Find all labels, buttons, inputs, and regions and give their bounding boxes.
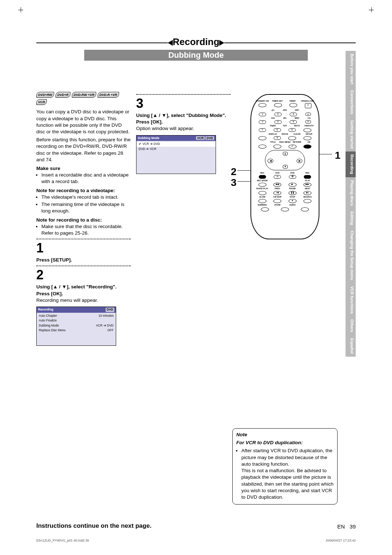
dpad-right: ▶ xyxy=(297,159,302,163)
disc-badge: VCR xyxy=(36,99,47,105)
remote-label xyxy=(255,133,267,135)
sidebar-tab: Before you start xyxy=(346,51,356,87)
osd-value: 10 minutes xyxy=(98,314,114,318)
remote-label: ZOOM xyxy=(270,204,285,206)
remote-label: REC MODE xyxy=(255,179,270,182)
sidebar-tab: Changing the Setup menu xyxy=(346,228,356,283)
sidebar-tab: Getting started xyxy=(346,117,356,151)
chapter-rule: Recording xyxy=(36,36,356,49)
osd-key: Dubbing Mode xyxy=(39,324,59,328)
remote-label: SEARCH xyxy=(300,196,315,198)
note-body: After starting VCR to DVD duplication, t… xyxy=(241,447,334,501)
disc-badges: DVD+RWDVD+RDVD-RW +VRDVD-R +VRVCR xyxy=(36,92,131,105)
remote-label: VIDEO/TV xyxy=(303,125,315,127)
remote-label: REC xyxy=(300,172,315,174)
step2-text: Using [▲ / ▼], select "Recording". Press… xyxy=(36,284,131,297)
disc-badge: DVD-RW +VR xyxy=(72,92,96,98)
osd-title: Dubbing Mode xyxy=(138,136,159,140)
osd-value: OFF xyxy=(107,328,114,332)
osd-dubbing-menu: Dubbing Mode VCRDVD VCR ➔ DVDDVD ➔ VCR xyxy=(136,135,216,174)
remote-label: GHI xyxy=(267,117,279,119)
sidebar-nav: Before you startConnectionsGetting start… xyxy=(346,51,356,487)
disc-badge: DVD+RW xyxy=(36,92,54,98)
osd-recording-menu: Recording DVD Auto Chapter10 minutesAuto… xyxy=(36,307,116,345)
dpad-left: ◀ xyxy=(268,159,273,163)
footer-file: E9A12UD_PY90VG_p01-40.indd 39 xyxy=(36,539,89,542)
remote-label: DVD xyxy=(285,172,300,174)
list-item: Insert a recordable disc and a videotape… xyxy=(41,172,131,185)
remote-label: PREV xyxy=(270,187,285,190)
list-item: The remaining time of the videotape is l… xyxy=(41,201,131,214)
footer-date: 2006/04/27 17:23:42 xyxy=(326,539,356,542)
list-item: The videotape's record tab is intact. xyxy=(41,194,131,200)
remote-label: REC xyxy=(255,172,270,174)
section-title: Dubbing Mode xyxy=(84,50,308,61)
remote-label: DUBBING xyxy=(255,204,270,206)
note-subtitle: For VCR to DVD duplication: xyxy=(236,439,334,446)
disc-badge: DVD+R xyxy=(56,92,70,98)
note-box: Note For VCR to DVD duplication: After s… xyxy=(232,428,338,505)
remote-label xyxy=(255,125,267,127)
chapter-title: Recording xyxy=(173,36,220,48)
footer-continue: Instructions continue on the next page. xyxy=(36,522,151,530)
dpad-down: ▼ xyxy=(283,165,288,169)
remote-label: DISC MENU xyxy=(279,141,291,143)
remote-label: PQRS xyxy=(267,125,279,127)
remote-label: DEF xyxy=(291,109,303,112)
remote-label: ABC xyxy=(279,109,291,112)
osd-tag: DVD xyxy=(205,136,214,140)
remote-label xyxy=(255,141,267,143)
remote-label xyxy=(300,204,315,206)
remote-dpad: ▲ ▼ ◀ ▶ xyxy=(265,150,305,170)
step-number: 3 xyxy=(136,97,230,110)
remote-label: PLAY xyxy=(300,179,315,182)
remote-label: OK xyxy=(303,141,315,143)
sidebar-tab: Others xyxy=(346,316,356,335)
remote-label: .@/: xyxy=(267,109,279,112)
osd-value: VCR ➔ DVD xyxy=(96,324,114,328)
remote-label: TITLE xyxy=(267,141,279,143)
footer-page: 39 xyxy=(350,523,356,530)
remote-label xyxy=(285,179,300,182)
footer-lang: EN xyxy=(337,523,345,530)
list-item: Make sure that the disc is recordable. R… xyxy=(41,223,131,236)
remote-label: TIMER SET xyxy=(270,100,285,102)
remote-label: DISPLAY xyxy=(267,133,279,135)
sidebar-tab: Playing discs xyxy=(346,177,356,208)
remote-label: RAPID PLAY xyxy=(255,187,270,190)
sidebar-tab: VCR functions xyxy=(346,283,356,317)
remote-label: TIMER xyxy=(285,100,300,102)
remote-control: STANDBY-ONTIMER SETTIMEROPEN/CLOSE ▲ .@/… xyxy=(250,94,319,239)
osd-tag: DVD xyxy=(106,308,114,312)
remote-label: SLOW xyxy=(255,196,270,198)
remote-label: JKL xyxy=(279,117,291,119)
osd-key: DVD ➔ VCR xyxy=(139,147,156,151)
remote-label: SETUP xyxy=(303,133,315,135)
make-sure-heading: Make sure xyxy=(36,165,131,172)
osd-key: VCR ➔ DVD xyxy=(139,142,160,146)
remote-label xyxy=(303,109,315,112)
callout-1: 1 xyxy=(335,149,340,162)
disc-badge: DVD-R +VR xyxy=(98,92,119,98)
remote-label xyxy=(270,179,285,182)
note-disc-heading: Note for recording to a disc: xyxy=(36,217,131,223)
sidebar-tab: Español xyxy=(346,335,356,357)
remote-label: MNO xyxy=(291,117,303,119)
remote-label: PAUSE xyxy=(285,187,300,190)
remote-label: TUV xyxy=(279,125,291,127)
osd-title: Recording xyxy=(38,308,53,312)
sidebar-tab: Recording xyxy=(346,151,356,177)
step3-text: Using [▲ / ▼], select "Dubbing Mode". Pr… xyxy=(136,112,230,125)
remote-label: CH xyxy=(303,117,315,119)
callout-3: 3 xyxy=(231,176,237,190)
note-videotape-heading: Note for recording to a videotape: xyxy=(36,187,131,194)
osd-key: Auto Chapter xyxy=(39,314,57,318)
step-number: 2 xyxy=(36,268,131,281)
sidebar-tab: Connections xyxy=(346,87,356,117)
remote-label: CLEAR xyxy=(291,133,303,135)
step2-sub: Recording menu will appear. xyxy=(36,297,131,304)
osd-key: Replace Disc Menu xyxy=(39,328,66,332)
intro-paragraph: You can copy a DVD disc to a videotape o… xyxy=(36,109,131,135)
remote-label: NEXT xyxy=(300,187,315,190)
remote-label: OPEN/CLOSE xyxy=(300,100,315,102)
